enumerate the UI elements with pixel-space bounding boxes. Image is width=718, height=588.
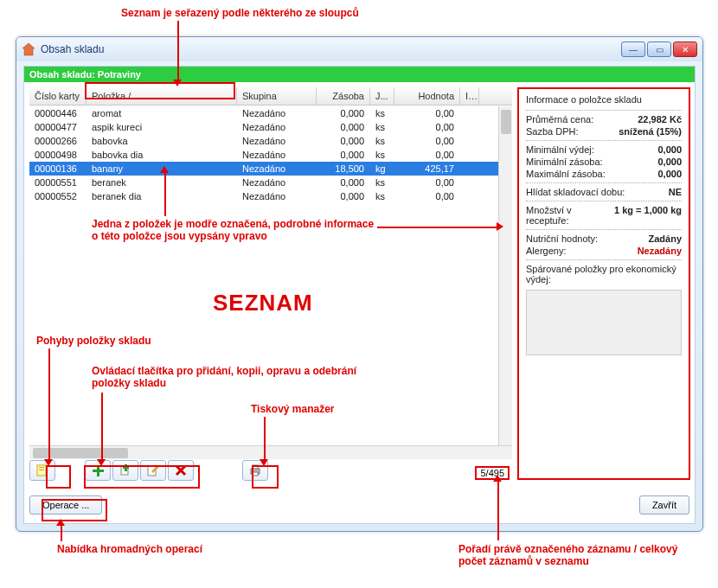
cell-group: Nezadáno xyxy=(237,121,317,133)
cell-item: aspik kureci xyxy=(87,121,237,133)
cell-stock: 0,000 xyxy=(317,176,370,189)
table-row[interactable]: 00000552beranek diaNezadáno0,000ks0,00 xyxy=(29,189,512,203)
paired-label: Spárované položky pro ekonomický výdej: xyxy=(526,264,682,284)
allerg-label: Alergeny: xyxy=(526,246,638,256)
cell-group: Nezadáno xyxy=(237,135,317,147)
subtitle-bar: Obsah skladu: Potraviny xyxy=(24,67,695,82)
svg-marker-0 xyxy=(22,43,35,55)
recipe-value: 1 kg = 1,000 kg xyxy=(614,205,682,226)
cell-group: Nezadáno xyxy=(237,163,317,175)
info-title: Informace o položce skladu xyxy=(526,94,682,105)
svg-rect-2 xyxy=(39,467,44,468)
window-title: Obsah skladu xyxy=(41,43,621,55)
nutri-value: Zadány xyxy=(648,233,682,244)
arrow-icon xyxy=(497,222,503,231)
cell-group: Nezadáno xyxy=(237,190,317,202)
table-row[interactable]: 00000477aspik kureciNezadáno0,000ks0,00 xyxy=(29,120,512,134)
allerg-value: Nezadány xyxy=(638,246,682,256)
arrow-icon xyxy=(44,459,53,466)
cell-stock: 0,000 xyxy=(317,135,370,147)
cell-item: beranek dia xyxy=(87,190,237,202)
table-header: Číslo karty Položka / Skupina Zásoba J..… xyxy=(29,87,512,105)
cell-unit: ks xyxy=(370,190,394,202)
vertical-scrollbar[interactable] xyxy=(498,106,512,445)
cell-value: 0,00 xyxy=(394,121,460,133)
cell-value: 0,00 xyxy=(394,190,460,202)
cell-card: 00000266 xyxy=(29,135,87,147)
cell-stock: 0,000 xyxy=(317,190,370,202)
cell-unit: ks xyxy=(370,107,394,119)
cell-value: 425,17 xyxy=(394,163,460,175)
arrow-icon xyxy=(493,475,502,482)
paired-items-box[interactable] xyxy=(526,290,682,355)
max-stock-value: 0,000 xyxy=(657,169,682,179)
copy-button[interactable] xyxy=(112,460,138,481)
window-close-button[interactable]: ✕ xyxy=(673,42,697,57)
cell-stock: 18,500 xyxy=(317,163,370,175)
app-window: Obsah skladu — ▭ ✕ Obsah skladu: Potravi… xyxy=(16,36,703,532)
client-area: Obsah skladu: Potraviny Číslo karty Polo… xyxy=(23,66,696,524)
maximize-button[interactable]: ▭ xyxy=(647,42,671,57)
vat-value: snížená (15%) xyxy=(619,126,682,137)
svg-rect-8 xyxy=(123,466,129,469)
vat-label: Sazba DPH: xyxy=(526,126,619,137)
minimize-button[interactable]: — xyxy=(621,42,645,57)
cell-group: Nezadáno xyxy=(237,176,317,189)
cell-card: 00000446 xyxy=(29,107,87,119)
annotation-operations-menu: Nabídka hromadných operací xyxy=(57,543,202,555)
col-extra[interactable]: I... xyxy=(460,87,479,105)
cell-value: 0,00 xyxy=(394,135,460,147)
titlebar: Obsah skladu — ▭ ✕ xyxy=(16,37,702,61)
table-row[interactable]: 00000446aromatNezadáno0,000ks0,00 xyxy=(29,106,512,120)
close-button[interactable]: Zavřít xyxy=(639,495,689,514)
watch-label: Hlídat skladovací dobu: xyxy=(526,187,669,197)
nutri-label: Nutriční hodnoty: xyxy=(526,233,648,244)
max-stock-label: Maximální zásoba: xyxy=(526,169,657,179)
cell-group: Nezadáno xyxy=(237,149,317,161)
arrow-icon xyxy=(260,459,268,466)
avg-price-value: 22,982 Kč xyxy=(638,114,682,125)
col-stock[interactable]: Zásoba xyxy=(317,87,370,105)
watch-value: NE xyxy=(669,187,682,197)
operations-button[interactable]: Operace ... xyxy=(29,495,102,514)
svg-rect-15 xyxy=(253,472,258,476)
col-value[interactable]: Hodnota xyxy=(394,87,460,105)
arrow-icon xyxy=(56,519,65,526)
col-group[interactable]: Skupina xyxy=(237,87,317,105)
cell-group: Nezadáno xyxy=(237,107,317,119)
arrow-icon xyxy=(97,459,106,466)
item-info-panel: Informace o položce skladu Průměrná cena… xyxy=(517,87,690,480)
table-row[interactable]: 00000498babovka diaNezadáno0,000ks0,00 xyxy=(29,148,512,162)
cell-stock: 0,000 xyxy=(317,107,370,119)
min-out-value: 0,000 xyxy=(657,144,682,155)
table-body: 00000446aromatNezadáno0,000ks0,000000047… xyxy=(29,106,512,445)
table-row[interactable]: 00000136bananyNezadáno18,500kg425,17 xyxy=(29,162,512,176)
svg-rect-14 xyxy=(253,465,258,469)
min-out-label: Minimální výdej: xyxy=(526,144,657,155)
app-icon xyxy=(22,42,35,56)
cell-value: 0,00 xyxy=(394,149,460,161)
edit-button[interactable] xyxy=(140,460,166,481)
annotation-sort: Seznam je seřazený podle některého ze sl… xyxy=(121,7,359,19)
annotation-counter: Pořadí právě označeného záznamu / celkov… xyxy=(458,543,683,567)
cell-item: babovka xyxy=(87,135,237,147)
cell-unit: ks xyxy=(370,121,394,133)
table-row[interactable]: 00000551beranekNezadáno0,000ks0,00 xyxy=(29,176,512,189)
arrow-icon xyxy=(160,166,169,173)
svg-rect-5 xyxy=(93,470,104,472)
cell-item: babovka dia xyxy=(87,149,237,161)
table-row[interactable]: 00000266babovkaNezadáno0,000ks0,00 xyxy=(29,134,512,148)
cell-unit: ks xyxy=(370,135,394,147)
col-item[interactable]: Položka / xyxy=(87,87,237,105)
delete-button[interactable] xyxy=(168,460,194,481)
cell-card: 00000477 xyxy=(29,121,87,133)
cell-unit: ks xyxy=(370,176,394,189)
col-unit[interactable]: J... xyxy=(370,87,394,105)
cell-card: 00000552 xyxy=(29,190,87,202)
cell-item: aromat xyxy=(87,107,237,119)
arrow-icon xyxy=(173,80,182,86)
col-card-number[interactable]: Číslo karty xyxy=(29,87,87,105)
avg-price-label: Průměrná cena: xyxy=(526,114,638,125)
table-panel: Číslo karty Položka / Skupina Zásoba J..… xyxy=(29,87,512,459)
cell-value: 0,00 xyxy=(394,176,460,189)
